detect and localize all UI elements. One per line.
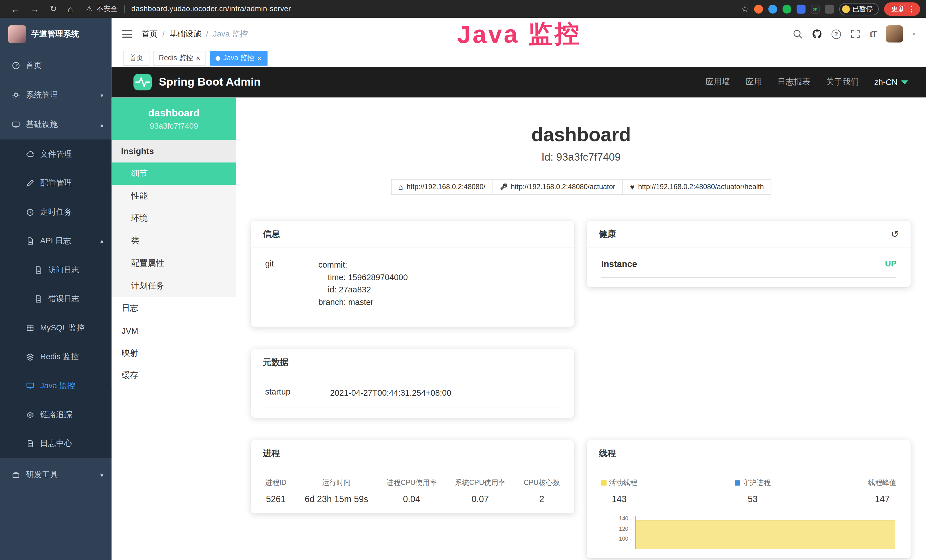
sba-item-scheduled-tasks[interactable]: 计划任务 — [112, 275, 236, 297]
tab-redis-monitor[interactable]: Redis 监控 × — [153, 51, 206, 66]
sba-item-details[interactable]: 细节 — [112, 162, 236, 185]
sidebar-item-mysql-monitor[interactable]: MySQL 监控 — [0, 313, 112, 342]
extension-icon[interactable] — [754, 5, 763, 14]
sidebar-item-home[interactable]: 首页 — [0, 51, 112, 80]
breadcrumb-current: Java 监控 — [213, 29, 248, 39]
sba-nav-journal[interactable]: 日志报表 — [778, 77, 811, 87]
service-url-link[interactable]: ⌂ http://192.168.0.2:48080/ — [391, 179, 493, 195]
extension-icon[interactable] — [796, 5, 805, 14]
bookmark-star-icon[interactable]: ☆ — [741, 4, 749, 14]
sidebar-item-label: API 日志 — [40, 235, 71, 246]
sidebar-item-java-monitor[interactable]: Java 监控 — [0, 371, 112, 400]
sba-item-classes[interactable]: 类 — [112, 230, 236, 253]
avatar-caret-icon[interactable]: ▾ — [912, 31, 915, 37]
sidebar-item-log-center[interactable]: 日志中心 — [0, 429, 112, 458]
home-icon[interactable]: ⌂ — [68, 4, 73, 14]
sba-item-config-props[interactable]: 配置属性 — [112, 252, 236, 275]
extension-on-icon[interactable]: on — [811, 5, 819, 14]
extension-icon[interactable] — [782, 5, 791, 14]
sidebar-item-tracing[interactable]: 链路追踪 — [0, 400, 112, 429]
sidebar-item-scheduled-jobs[interactable]: 定时任务 — [0, 197, 112, 226]
github-icon[interactable] — [812, 29, 822, 39]
breadcrumb-infrastructure[interactable]: 基础设施 — [169, 29, 201, 39]
tab-label: Redis 监控 — [159, 53, 193, 63]
not-secure-icon: ⚠ — [86, 5, 92, 13]
monitor-icon — [12, 120, 20, 129]
hamburger-icon[interactable] — [123, 30, 132, 38]
cards-grid: 信息 git commit: time: 1596289704000 id: 2 — [236, 195, 926, 558]
git-branch-line: branch: master — [318, 296, 560, 308]
search-icon[interactable] — [792, 29, 802, 39]
forward-icon[interactable]: → — [30, 4, 39, 14]
info-git-row: git commit: time: 1596289704000 id: 27aa… — [265, 259, 560, 317]
sba-app-name: dashboard — [148, 107, 200, 119]
sba-item-jvm[interactable]: JVM — [112, 319, 236, 342]
sidebar-item-infrastructure[interactable]: 基础设施 ▴ — [0, 110, 112, 139]
briefcase-icon — [12, 471, 20, 479]
card-title: 信息 — [263, 229, 280, 240]
legend-value: 53 — [735, 494, 770, 504]
sba-brand-title: Spring Boot Admin — [159, 76, 261, 89]
tab-close-icon[interactable]: × — [196, 55, 200, 62]
sidebar-item-access-log[interactable]: 访问日志 — [0, 255, 112, 284]
sidebar-item-label: Redis 监控 — [40, 351, 79, 362]
stat-uptime: 运行时间 6d 23h 15m 59s — [304, 478, 368, 504]
sidebar-item-error-log[interactable]: 错误日志 — [0, 284, 112, 313]
metadata-key: startup — [265, 387, 330, 399]
sba-brand[interactable]: Spring Boot Admin — [133, 73, 261, 91]
sidebar-item-redis-monitor[interactable]: Redis 监控 — [0, 342, 112, 371]
sba-locale-label: zh-CN — [874, 77, 897, 87]
help-icon[interactable]: ? — [831, 29, 841, 39]
health-card: 健康 ↺ Instance UP — [587, 221, 911, 287]
browser-actions: ☆ on 已暂停 更新 ⋮ — [741, 2, 920, 16]
sidebar-item-config-manage[interactable]: 配置管理 — [0, 168, 112, 197]
sba-item-logs[interactable]: 日志 — [112, 297, 236, 320]
eye-icon — [26, 410, 34, 419]
health-url-link[interactable]: ♥ http://192.168.0.2:48080/actuator/heal… — [622, 179, 772, 195]
sba-nav-about[interactable]: 关于我们 — [826, 77, 859, 87]
sidebar-item-label: 配置管理 — [40, 177, 72, 188]
sba-locale-select[interactable]: zh-CN — [874, 77, 908, 87]
font-size-icon[interactable]: tT — [870, 29, 876, 39]
sidebar-item-system[interactable]: 系统管理 ▾ — [0, 80, 112, 110]
extension-icon[interactable] — [768, 5, 777, 14]
sba-item-mappings[interactable]: 映射 — [112, 342, 236, 365]
actuator-url-link[interactable]: http://192.168.0.2:48080/actuator — [493, 179, 623, 195]
sidebar-item-api-log[interactable]: API 日志 ▴ — [0, 226, 112, 255]
history-icon[interactable]: ↺ — [891, 229, 899, 240]
stat-value: 0.07 — [455, 494, 505, 504]
sba-instance-header[interactable]: dashboard 93a3fc7f7409 — [112, 98, 236, 140]
address-divider — [124, 5, 125, 13]
paused-badge[interactable]: 已暂停 — [839, 3, 879, 15]
card-title: 进程 — [263, 448, 280, 459]
sba-item-caches[interactable]: 缓存 — [112, 365, 236, 387]
tab-home[interactable]: 首页 — [124, 51, 150, 66]
card-title: 健康 — [599, 229, 616, 240]
sba-item-environment[interactable]: 环境 — [112, 207, 236, 230]
fullscreen-icon[interactable] — [850, 29, 860, 39]
stat-label: 进程CPU使用率 — [386, 478, 437, 488]
sidebar-item-file-manage[interactable]: 文件管理 — [0, 139, 112, 168]
breadcrumb-home[interactable]: 首页 — [142, 29, 158, 39]
tab-close-icon[interactable]: × — [257, 55, 262, 62]
health-instance-row[interactable]: Instance UP — [601, 259, 896, 278]
tab-java-monitor[interactable]: Java 监控 × — [210, 51, 267, 66]
breadcrumb-separator: / — [162, 30, 165, 38]
user-avatar[interactable] — [886, 26, 903, 42]
sidebar-item-label: 研发工具 — [26, 469, 58, 480]
extensions-puzzle-icon[interactable] — [825, 5, 834, 14]
kebab-menu-icon[interactable]: ⋮ — [908, 5, 917, 14]
back-icon[interactable]: ← — [11, 4, 20, 14]
metadata-startup-row: startup 2021-04-27T00:44:31.254+08:00 — [265, 387, 560, 408]
address-bar[interactable]: ⚠ 不安全 dashboard.yudao.iocoder.cn/infra/a… — [86, 4, 291, 14]
app-logo[interactable]: 芋道管理系统 — [0, 18, 112, 51]
sba-nav-wallboard[interactable]: 应用墙 — [705, 77, 730, 87]
sidebar-item-dev-tools[interactable]: 研发工具 ▾ — [0, 460, 112, 490]
chrome-update-button[interactable]: 更新 ⋮ — [884, 2, 920, 16]
sba-item-metrics[interactable]: 性能 — [112, 185, 236, 207]
layers-icon — [26, 352, 34, 360]
reload-icon[interactable]: ↻ — [50, 3, 57, 14]
chart-y-axis: 140 120 100 — [601, 516, 635, 549]
sidebar-item-label: Java 监控 — [40, 380, 75, 391]
sba-nav-applications[interactable]: 应用 — [746, 77, 762, 87]
